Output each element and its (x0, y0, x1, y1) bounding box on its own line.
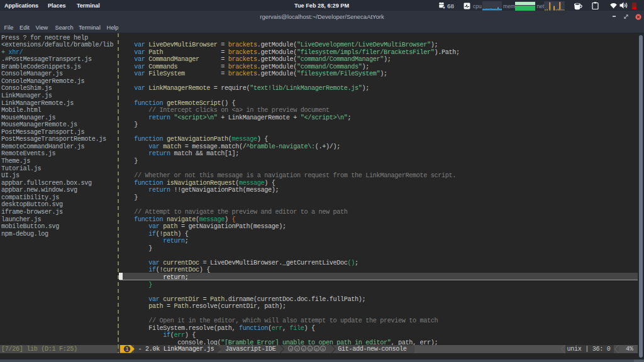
svg-text:1: 1 (126, 346, 129, 352)
